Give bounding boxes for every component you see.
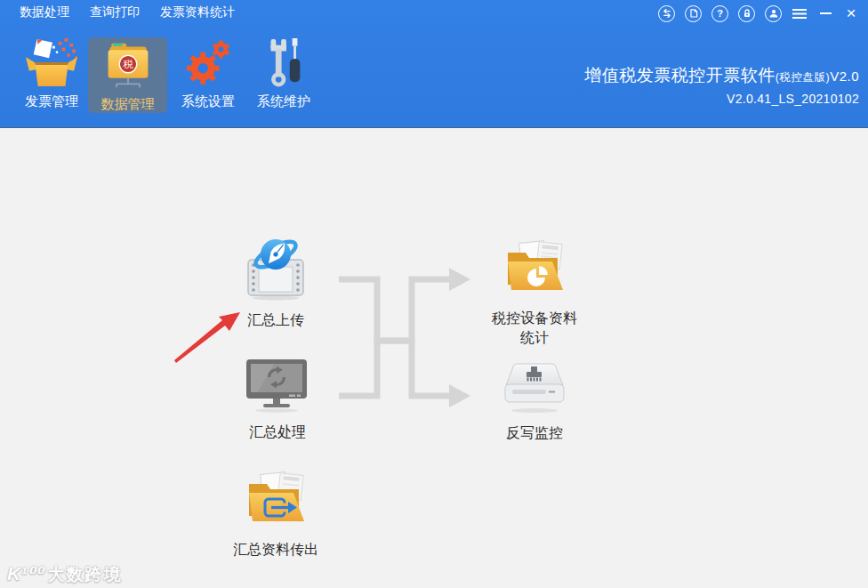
feature-label: 税控设备资料统计 [486, 309, 583, 348]
app-title: 增值税发票税控开票软件(税控盘版)V2.0 [584, 64, 859, 87]
monitor-refresh-icon [245, 358, 310, 416]
window-controls: ? × [658, 3, 859, 24]
app-title-edition: (税控盘版) [776, 71, 830, 84]
user-icon[interactable] [765, 5, 782, 22]
toolbar-item-system-maintenance[interactable]: 系统维护 [249, 37, 318, 110]
transfer-icon[interactable] [658, 5, 675, 22]
app-window: 数据处理 查询打印 发票资料统计 ? × [0, 0, 868, 588]
help-icon[interactable]: ? [711, 5, 728, 22]
app-title-block: 增值税发票税控开票软件(税控盘版)V2.0 V2.0.41_LS_2021010… [584, 64, 859, 106]
minimize-glyph [820, 12, 832, 14]
header: 数据处理 查询打印 发票资料统计 ? × [0, 0, 868, 128]
tax-folder-icon: 税 [103, 38, 153, 93]
toolbar-item-invoice-management[interactable]: 发票管理 [14, 37, 89, 110]
svg-text:税: 税 [123, 59, 133, 69]
toolbar-item-data-management[interactable]: 税 数据管理 [88, 37, 167, 113]
watermark-logo: K¹⁰⁰ [7, 563, 44, 584]
tools-icon [260, 37, 308, 90]
folder-export-icon [242, 471, 309, 534]
feature-label: 汇总处理 [249, 423, 306, 442]
lock-icon[interactable] [738, 5, 755, 22]
toolbar-item-label: 系统设置 [181, 93, 235, 110]
app-version-line: V2.0.41_LS_20210102 [584, 92, 859, 106]
toolbar-item-label: 发票管理 [25, 93, 78, 110]
drive-brush-icon [501, 358, 568, 417]
feature-label: 反写监控 [506, 423, 563, 443]
menubar: 数据处理 查询打印 发票资料统计 [0, 0, 658, 25]
note-icon[interactable] [685, 5, 702, 22]
close-glyph: × [846, 4, 856, 23]
menu-invoice-statistics[interactable]: 发票资料统计 [158, 3, 237, 22]
toolbar-item-system-settings[interactable]: 系统设置 [173, 37, 244, 110]
watermark: K¹⁰⁰ 大数跨境 [7, 563, 123, 586]
feature-tax-device-statistics[interactable]: 税控设备资料统计 [481, 240, 588, 348]
folder-pie-icon [501, 240, 568, 302]
globe-pen-icon [245, 235, 306, 304]
watermark-text: 大数跨境 [48, 563, 123, 586]
toolbar-item-label: 系统维护 [257, 93, 310, 110]
feature-writeback-monitoring[interactable]: 反写监控 [478, 358, 591, 443]
app-title-version: V2.0 [830, 68, 859, 84]
open-box-icon [24, 37, 79, 90]
close-icon[interactable]: × [843, 4, 859, 22]
hamburger-icon[interactable] [792, 4, 808, 22]
feature-summary-processing[interactable]: 汇总处理 [222, 358, 333, 442]
menu-query-print[interactable]: 查询打印 [88, 3, 141, 22]
feature-label: 汇总资料传出 [233, 540, 318, 560]
feature-summary-upload[interactable]: 汇总上传 [222, 235, 329, 330]
gears-icon [182, 37, 234, 90]
feature-label: 汇总上传 [247, 310, 304, 330]
help-glyph: ? [717, 8, 723, 19]
feature-summary-export[interactable]: 汇总资料传出 [217, 471, 334, 560]
toolbar-item-label: 数据管理 [101, 96, 155, 113]
menu-data-processing[interactable]: 数据处理 [18, 3, 71, 22]
minimize-icon[interactable] [817, 4, 833, 22]
